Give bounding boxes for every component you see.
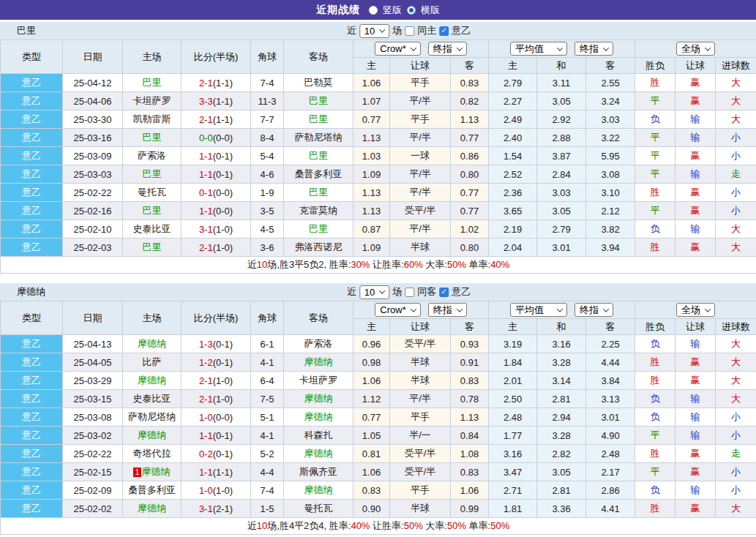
- away-team-cell: 卡坦萨罗: [284, 372, 353, 390]
- home-team-link[interactable]: 巴里: [143, 241, 162, 252]
- average-select-2[interactable]: 终指: [575, 303, 613, 317]
- home-odds-cell: 1.07: [353, 92, 390, 110]
- games-count-select[interactable]: 10: [359, 285, 389, 299]
- away-team-link[interactable]: 巴里: [309, 113, 328, 124]
- league-checkbox[interactable]: [439, 26, 449, 36]
- average-select-2[interactable]: 终指: [575, 42, 613, 56]
- home-team-link[interactable]: 曼托瓦: [138, 187, 166, 198]
- halftime-score: (1-0): [213, 242, 233, 253]
- col-header: 客场: [284, 301, 353, 335]
- corner-cell: 5-2: [251, 445, 284, 463]
- home-team-link[interactable]: 萨索洛: [138, 150, 166, 161]
- result-wdl-cell: 负: [635, 220, 675, 239]
- away-team-link[interactable]: 巴勒莫: [304, 77, 333, 88]
- bookmaker-select-1-value: Crow*: [380, 43, 405, 54]
- away-team-link[interactable]: 克雷莫纳: [299, 205, 337, 216]
- home-team-link[interactable]: 萨勒尼塔纳: [128, 411, 176, 422]
- corner-cell: 7-7: [251, 110, 284, 129]
- home-team-link[interactable]: 巴里: [143, 77, 162, 88]
- league-checkbox[interactable]: [439, 288, 449, 297]
- result-handicap-cell-value: 赢: [691, 375, 700, 386]
- sub-col-header: 让球: [675, 319, 716, 335]
- result-goals-cell: 小: [716, 463, 756, 481]
- home-team-cell: 凯勒雷斯: [123, 110, 181, 129]
- avg-away-cell: 3.84: [586, 372, 635, 390]
- home-team-link[interactable]: 摩德纳: [138, 429, 166, 440]
- bookmaker-select-2[interactable]: 终指: [428, 303, 467, 317]
- avg-draw-cell: 3.05: [537, 92, 586, 110]
- home-team-link[interactable]: 摩德纳: [138, 503, 166, 514]
- away-team-link[interactable]: 巴里: [309, 223, 328, 234]
- home-team-link[interactable]: 摩德纳: [142, 466, 171, 477]
- home-team-link[interactable]: 奇塔代拉: [133, 448, 171, 459]
- home-team-link[interactable]: 巴里: [143, 168, 162, 179]
- home-team-link[interactable]: 史泰比亚: [133, 393, 171, 404]
- home-team-link[interactable]: 巴里: [143, 205, 162, 216]
- bookmaker-select-1[interactable]: Crow*: [375, 42, 420, 56]
- away-team-link[interactable]: 摩德纳: [304, 393, 333, 404]
- fulltime-select-1[interactable]: 全场: [676, 42, 715, 56]
- away-team-link[interactable]: 曼托瓦: [304, 503, 333, 514]
- result-handicap-cell-value: 输: [691, 393, 700, 404]
- result-wdl-cell-value: 负: [651, 338, 660, 349]
- away-odds-cell: 0.80: [451, 239, 489, 257]
- vertical-layout-radio[interactable]: [369, 6, 378, 15]
- home-team-link[interactable]: 卡坦萨罗: [133, 95, 171, 106]
- away-team-cell: 曼托瓦: [284, 500, 353, 518]
- sub-col-header: 和: [537, 58, 586, 74]
- away-odds-cell: 0.83: [451, 74, 489, 92]
- away-team-cell: 摩德纳: [284, 481, 353, 500]
- away-team-link[interactable]: 萨勒尼塔纳: [295, 132, 343, 143]
- home-team-cell: 萨索洛: [123, 147, 181, 165]
- home-odds-cell: 0.98: [353, 353, 390, 372]
- away-team-link[interactable]: 摩德纳: [304, 484, 333, 495]
- avg-home-cell: 2.79: [489, 74, 537, 92]
- bookmaker-select-1[interactable]: Crow*: [375, 303, 420, 317]
- away-team-link[interactable]: 萨索洛: [304, 338, 333, 349]
- result-wdl-cell-value: 胜: [651, 503, 660, 514]
- avg-home-cell: 3.16: [489, 445, 537, 463]
- average-select-2-value: 终指: [580, 42, 599, 56]
- result-handicap-cell: 输: [675, 220, 716, 239]
- games-count-select[interactable]: 10: [359, 24, 389, 38]
- bookmaker-select-2[interactable]: 终指: [428, 42, 467, 56]
- away-team-link[interactable]: 桑普多利亚: [295, 168, 343, 179]
- home-team-link[interactable]: 史泰比亚: [133, 223, 171, 234]
- average-select-1[interactable]: 平均值: [510, 303, 567, 317]
- corner-cell: 4-1: [251, 353, 284, 372]
- fulltime-select-1[interactable]: 全场: [676, 303, 715, 317]
- away-team-link[interactable]: 摩德纳: [304, 411, 333, 422]
- col-header: 日期: [63, 40, 123, 74]
- summary-stat-label: 让胜率:: [370, 520, 403, 531]
- corner-cell: 4-4: [251, 463, 284, 481]
- away-team-link[interactable]: 巴里: [309, 150, 328, 161]
- same-venue-checkbox[interactable]: [405, 26, 414, 36]
- away-team-link[interactable]: 斯佩齐亚: [299, 466, 337, 477]
- home-team-link[interactable]: 摩德纳: [138, 375, 166, 386]
- average-select-1[interactable]: 平均值: [510, 42, 567, 56]
- fulltime-score: 1-1: [199, 151, 213, 162]
- same-venue-checkbox[interactable]: [405, 288, 414, 297]
- away-odds-cell: 0.80: [451, 165, 489, 184]
- horizontal-layout-radio[interactable]: [407, 6, 416, 15]
- away-team-link[interactable]: 巴里: [309, 95, 328, 106]
- sub-col-header: 让球: [675, 58, 716, 74]
- home-team-link[interactable]: 桑普多利亚: [128, 484, 176, 495]
- match-row: 意乙25-03-03巴里1-1(0-1)4-6桑普多利亚1.09平/半0.802…: [1, 165, 756, 184]
- away-team-link[interactable]: 科森扎: [304, 429, 333, 440]
- home-team-link[interactable]: 巴里: [143, 132, 162, 143]
- away-team-link[interactable]: 卡坦萨罗: [299, 375, 337, 386]
- avg-draw-cell: 2.88: [537, 129, 586, 147]
- halftime-score: (0-1): [213, 339, 233, 350]
- home-team-link[interactable]: 摩德纳: [138, 338, 166, 349]
- away-team-cell: 摩德纳: [284, 408, 353, 427]
- summary-stat-value: 60%: [404, 259, 423, 270]
- home-team-link[interactable]: 比萨: [143, 356, 162, 367]
- away-team-link[interactable]: 弗洛西诺尼: [295, 241, 343, 252]
- away-team-link[interactable]: 摩德纳: [304, 448, 333, 459]
- date-cell: 25-02-10: [63, 220, 123, 239]
- home-team-link[interactable]: 凯勒雷斯: [133, 113, 171, 124]
- fulltime-group-header: 全场: [635, 301, 756, 319]
- away-team-link[interactable]: 巴里: [309, 187, 328, 198]
- away-team-link[interactable]: 摩德纳: [304, 356, 333, 367]
